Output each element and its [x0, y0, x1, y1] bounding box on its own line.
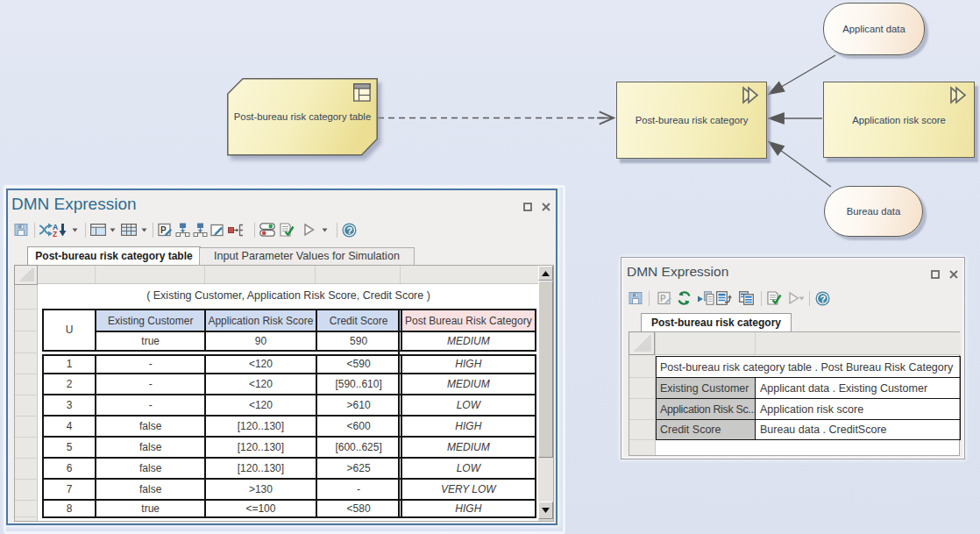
svg-text:P: P	[660, 294, 666, 303]
svg-text:?: ?	[820, 294, 827, 304]
svg-text:?: ?	[347, 225, 353, 236]
svg-text:Z: Z	[53, 230, 57, 237]
svg-text:P: P	[160, 225, 167, 235]
